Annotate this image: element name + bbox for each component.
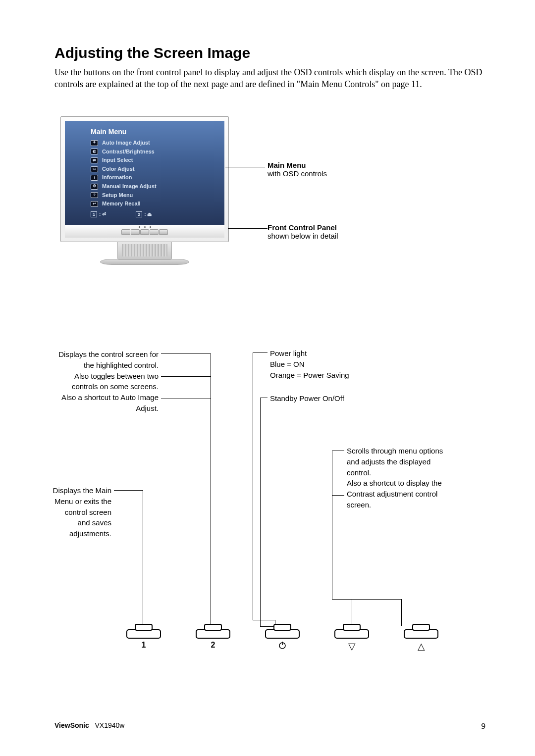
footer-brand-model: ViewSonic VX1940w [54, 721, 124, 731]
svg-rect-5 [274, 624, 291, 630]
main-menu-callout: Main Menu with OSD controls [268, 161, 338, 178]
front-panel-callout: Front Control Panel shown below in detai… [268, 223, 338, 240]
osd-item: Input Select [102, 156, 133, 165]
osd-menu-list: ✦Auto Image Adjust ◐Contrast/Brightness … [71, 139, 218, 208]
callout-line-text: Also toggles between two controls on som… [54, 371, 159, 393]
callout-scroll-text: Scrolls through menu options and adjusts… [347, 446, 446, 510]
callout-line-text: Displays the control screen for the high… [54, 349, 159, 371]
front-panel-callout-sub: shown below in detail [268, 232, 338, 240]
callout-button2-text: Displays the control screen for the high… [54, 349, 159, 414]
osd-footer-1: 1 [91, 211, 97, 217]
callout-line-text: Displays the Main Menu or exits the cont… [52, 485, 111, 539]
svg-rect-4 [266, 630, 299, 638]
osd-item: Contrast/Brightness [102, 148, 155, 156]
button-1[interactable]: 1 [126, 624, 161, 650]
callout-button1-text: Displays the Main Menu or exits the cont… [52, 485, 111, 539]
osd-item: Auto Image Adjust [102, 139, 150, 148]
callout-standby-text: Standby Power On/Off [270, 393, 389, 404]
callout-line [225, 167, 265, 167]
page-heading: Adjusting the Screen Image [54, 45, 485, 61]
svg-rect-0 [127, 630, 160, 638]
osd-footer-2: 2 [136, 211, 142, 217]
button-down[interactable]: ▽ [334, 624, 369, 652]
osd-title: Main Menu [71, 128, 218, 136]
svg-rect-10 [404, 630, 438, 638]
triangle-up-icon: △ [418, 641, 425, 652]
callout-powerlight-text: Power light Blue = ON Orange = Power Sav… [270, 348, 389, 380]
svg-rect-3 [205, 624, 221, 630]
callout-line-text: Power light [270, 348, 389, 359]
callout-line-text: Also a shortcut to display the Contrast … [347, 478, 446, 510]
front-panel-buttons: 1 2 ▽ [126, 624, 438, 652]
callout-line [228, 228, 268, 229]
callout-line-text: Scrolls through menu options and adjusts… [347, 446, 446, 478]
button-up[interactable]: △ [404, 624, 438, 652]
callout-line-text: Orange = Power Saving [270, 370, 389, 381]
osd-item: Information [102, 173, 132, 182]
footer-model: VX1940w [95, 721, 124, 729]
intro-paragraph: Use the buttons on the front control pan… [54, 66, 485, 91]
svg-rect-1 [135, 624, 152, 630]
callout-line-text: Also a shortcut to Auto Image Adjust. [54, 392, 159, 414]
svg-rect-9 [343, 624, 360, 630]
footer-brand: ViewSonic [54, 721, 89, 729]
monitor-illustration: Main Menu ✦Auto Image Adjust ◐Contrast/B… [60, 116, 229, 265]
triangle-down-icon: ▽ [348, 641, 356, 652]
button-2[interactable]: 2 [196, 624, 230, 650]
callout-line-text: Blue = ON [270, 359, 389, 370]
power-icon [278, 641, 287, 652]
button-1-label: 1 [142, 641, 146, 650]
svg-rect-2 [196, 630, 230, 638]
svg-rect-8 [335, 630, 369, 638]
svg-rect-11 [413, 624, 429, 630]
osd-item: Manual Image Adjust [102, 182, 157, 191]
callout-line-text: Standby Power On/Off [270, 393, 389, 404]
osd-item: Setup Menu [102, 191, 133, 200]
button-power[interactable] [265, 624, 300, 652]
main-menu-callout-sub: with OSD controls [268, 169, 338, 178]
button-2-label: 2 [211, 641, 215, 650]
main-menu-callout-title: Main Menu [268, 161, 338, 169]
osd-item: Color Adjust [102, 165, 135, 174]
osd-item: Memory Recall [102, 200, 141, 208]
front-panel-callout-title: Front Control Panel [268, 223, 338, 232]
page-number: 9 [482, 721, 486, 731]
